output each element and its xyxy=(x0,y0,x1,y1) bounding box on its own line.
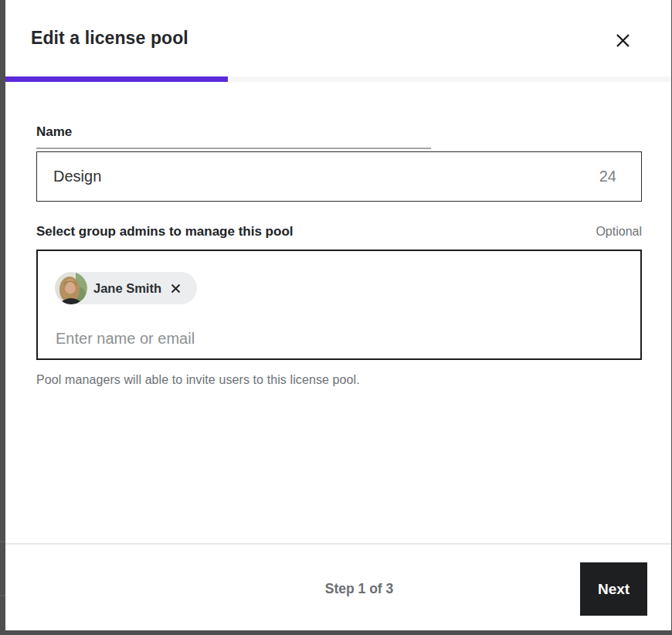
optional-badge: Optional xyxy=(596,225,642,239)
modal-title: Edit a license pool xyxy=(31,28,188,49)
close-button[interactable] xyxy=(611,29,634,52)
chip-name-label: Jane Smith xyxy=(93,281,161,296)
name-input[interactable] xyxy=(37,152,599,201)
modal-body: Name 24 Select group admins to manage th… xyxy=(5,82,671,542)
admins-search-input[interactable] xyxy=(56,330,519,348)
char-counter: 24 xyxy=(599,168,641,185)
remove-icon xyxy=(170,283,182,294)
modal-footer: Step 1 of 3 Next xyxy=(5,543,671,630)
close-icon xyxy=(614,32,632,49)
selected-admin-chip: Jane Smith xyxy=(55,272,197,304)
input-top-divider xyxy=(36,148,431,149)
admins-label-row: Select group admins to manage this pool … xyxy=(36,224,642,239)
next-button[interactable]: Next xyxy=(580,562,647,616)
step-indicator: Step 1 of 3 xyxy=(325,581,394,597)
name-field: 24 xyxy=(36,151,642,202)
backdrop-seam xyxy=(0,595,5,596)
modal-header: Edit a license pool xyxy=(5,0,671,76)
chip-remove-button[interactable] xyxy=(168,281,182,295)
edit-license-pool-modal: Edit a license pool Name 24 Select group… xyxy=(5,0,671,630)
progress-bar-track xyxy=(5,76,671,82)
admins-field-label: Select group admins to manage this pool xyxy=(36,224,294,239)
backdrop-seam xyxy=(0,541,5,542)
helper-text: Pool managers will able to invite users … xyxy=(36,373,360,387)
user-avatar xyxy=(55,272,87,304)
name-field-label: Name xyxy=(36,124,72,140)
progress-bar-fill xyxy=(5,76,228,82)
admins-selectbox[interactable]: Jane Smith xyxy=(36,250,642,360)
